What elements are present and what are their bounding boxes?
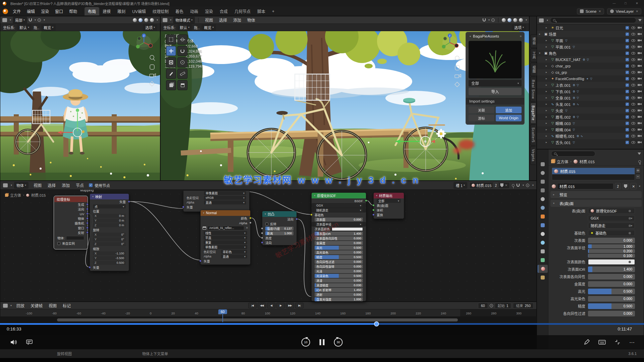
scale-tool-button[interactable]	[166, 57, 176, 67]
sidebar-tab[interactable]: 工具	[530, 49, 537, 62]
timeline-menu-item[interactable]: 回放	[13, 302, 28, 309]
bsdf-row[interactable]: 高光▾ 高光 高光0.500 高光	[312, 245, 366, 250]
outliner-row[interactable]: ▸ ∿ 眼睫毛.001 ⚙ ∿ ✓	[537, 133, 644, 139]
mapping-row[interactable]: Z0.500	[90, 260, 129, 265]
scene-clear-icon[interactable]: ✕	[598, 10, 601, 13]
exclude-checkbox[interactable]: ✓	[626, 77, 629, 80]
tab-viewlayer[interactable]	[538, 186, 548, 194]
shading-material-icon[interactable]	[144, 18, 148, 22]
node-menu-item[interactable]: 视图	[31, 181, 45, 189]
exclude-checkbox[interactable]: ✓	[626, 58, 629, 61]
from-instancer-checkbox[interactable]: 来自实例	[54, 241, 87, 246]
node-output-socket[interactable]: UV	[54, 212, 87, 216]
disclosure-icon[interactable]: ▸	[546, 96, 550, 99]
outliner-row[interactable]: ▸ ∿ 头发.001 ⚙ ∿ ✓	[537, 101, 644, 107]
editor-type-icon[interactable]	[2, 18, 7, 22]
image-dropdown-row[interactable]: 单像素图▾	[201, 245, 250, 249]
bsdf-row[interactable]: 透射▾ 透射 透射0.000 透射	[312, 292, 366, 297]
more-options-icon[interactable]: ⋯	[629, 339, 635, 346]
prev-keyframe-button[interactable]: ◀◀	[258, 303, 266, 308]
value-slider[interactable]: 0.000	[588, 274, 635, 280]
render-camera-icon[interactable]	[638, 135, 642, 137]
material-slot-list[interactable]: 材质.015 ＋ −	[552, 168, 635, 180]
tab-scene[interactable]	[538, 195, 548, 203]
volume-icon[interactable]	[10, 339, 17, 345]
play-button[interactable]: ▶	[276, 303, 285, 308]
node-image-texture-partial[interactable]: 单像素图▾ 色彩空间 sRGB▾ Alpha 直通▾ 矢量	[183, 190, 250, 212]
cursor-tool-button[interactable]	[177, 35, 187, 45]
import-button[interactable]: 导入	[469, 88, 522, 95]
overview-dropdown[interactable]: 概览▾	[41, 24, 56, 31]
node-menu-item[interactable]: 选择	[45, 181, 59, 189]
disclosure-icon[interactable]: ▸	[546, 103, 550, 106]
menu-item[interactable]: 编辑	[24, 8, 38, 15]
panel-surface-header[interactable]: ▾表(曲)面	[550, 200, 642, 207]
pause-button[interactable]	[320, 339, 325, 345]
import-option-button[interactable]: 追加	[496, 107, 522, 113]
shading-solid-icon[interactable]	[507, 18, 512, 22]
bsdf-row[interactable]: 次表面▾ 次表面 次表面0.000 次表面	[312, 217, 366, 222]
mapping-row[interactable]: Z0 m	[90, 223, 129, 228]
mapping-row[interactable]: Z0°	[90, 242, 129, 246]
editor-type-icon[interactable]	[3, 183, 8, 187]
extrude-tool-button[interactable]	[177, 80, 187, 90]
snap-magnet-icon[interactable]	[29, 18, 32, 21]
render-camera-icon[interactable]	[638, 116, 642, 118]
exclude-checkbox[interactable]: ✓	[626, 64, 629, 68]
workspace-tab[interactable]: 雕刻	[114, 7, 129, 15]
value-slider[interactable]: 1.400	[588, 266, 635, 272]
hide-eye-icon[interactable]	[631, 26, 635, 29]
node-image-texture-normal[interactable]: ▾Normal 颜色 Alpha Arri185_01_reflec... ✕ …	[200, 210, 251, 265]
subsurface-color-swatch[interactable]	[588, 259, 635, 265]
outliner-row[interactable]: ▸ ▣ 场景 ✓	[537, 31, 644, 37]
texcoord-object-field[interactable]: 物体:	[54, 235, 87, 241]
fake-user-shield-button[interactable]	[500, 183, 503, 187]
next-keyframe-button[interactable]: ▶▶	[286, 303, 294, 308]
proportional-edit-icon[interactable]	[38, 18, 41, 22]
asset-category-dropdown[interactable]: 全部▾	[469, 80, 522, 86]
node-output-socket[interactable]: 物体	[54, 216, 87, 221]
shading-rendered-icon[interactable]	[150, 18, 154, 22]
exclude-checkbox[interactable]: ✓	[626, 39, 629, 42]
mode-dropdown[interactable]: 物体模式▾	[173, 17, 195, 23]
jump-end-button[interactable]: ▶|	[295, 303, 304, 308]
base-color-link-button[interactable]: 基础色	[588, 230, 635, 236]
hide-eye-icon[interactable]	[631, 90, 635, 93]
outliner-row[interactable]: ▸ ▽ 平面 ▽ ✓	[537, 37, 644, 44]
hide-eye-icon[interactable]	[631, 128, 635, 131]
disclosure-icon[interactable]: ▸	[546, 64, 550, 67]
timeline-menu-item[interactable]: 标记	[60, 302, 74, 309]
keyboard-icon[interactable]	[598, 340, 606, 345]
editor-type-icon[interactable]	[539, 18, 544, 22]
render-camera-icon[interactable]	[638, 109, 642, 112]
hide-eye-icon[interactable]	[631, 39, 635, 42]
hide-eye-icon[interactable]	[631, 84, 635, 86]
bsdf-row[interactable]: 基础色▾ 基础色 基础色 基础色	[312, 213, 366, 217]
sidebar-tab[interactable]: Vegeta	[530, 146, 536, 165]
options-dropdown[interactable]: 选项▾	[512, 24, 526, 31]
orientation-dropdown[interactable]: 局部▾	[13, 17, 27, 23]
material-datablock-selector[interactable]: 材质.015 2 ✕	[469, 182, 510, 189]
workspace-tab[interactable]: 着色	[172, 7, 187, 15]
workspace-tab[interactable]: 渲染	[202, 7, 216, 15]
shrink-icon[interactable]	[614, 339, 621, 345]
fake-user-shield-button[interactable]	[622, 183, 629, 189]
overview-dropdown[interactable]: 概览▾	[202, 24, 216, 31]
jump-start-button[interactable]: |◀	[248, 303, 257, 308]
timeline-ruler[interactable]: -100-80-60-40-20020406080100120140160180…	[0, 309, 536, 317]
add-slot-button[interactable]: ＋	[635, 168, 641, 173]
tweak-tool-button[interactable]	[166, 35, 176, 45]
users-count-badge[interactable]: 2	[615, 183, 621, 189]
filter-icon[interactable]	[638, 19, 642, 21]
progress-handle[interactable]	[374, 321, 379, 326]
users-count-badge[interactable]: 2	[493, 183, 499, 188]
snap-magnet-icon[interactable]	[483, 18, 486, 21]
playhead[interactable]: 60	[218, 309, 227, 322]
disclosure-icon[interactable]: ▸	[546, 83, 550, 86]
keying-icon[interactable]	[490, 304, 493, 307]
workspace-tab[interactable]: 动画	[187, 7, 202, 15]
unlink-button[interactable]: ✕	[505, 184, 507, 187]
radius-value-slider[interactable]: 0.200	[588, 249, 635, 253]
bump-slider-row[interactable]: 强度/力度0.137	[262, 226, 297, 231]
exclude-checkbox[interactable]: ✓	[626, 134, 629, 138]
